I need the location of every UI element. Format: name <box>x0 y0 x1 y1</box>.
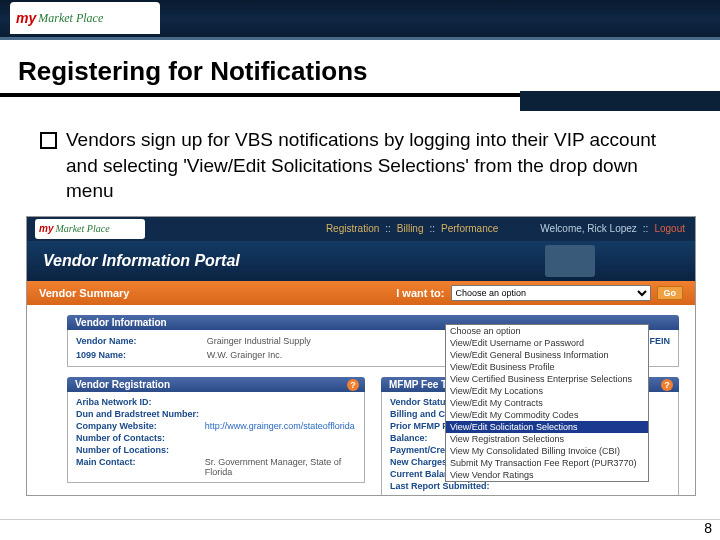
hdr-link-performance[interactable]: Performance <box>441 223 498 234</box>
help-icon[interactable]: ? <box>347 379 359 391</box>
opt-5[interactable]: View/Edit My Locations <box>446 385 648 397</box>
welcome-text: Welcome, Rick Lopez <box>540 223 637 234</box>
orangebar-left: Vendor Summary <box>39 287 129 299</box>
opt-1[interactable]: View/Edit Username or Password <box>446 337 648 349</box>
vip-screenshot: my Market Place Registration:: Billing::… <box>26 216 696 496</box>
opt-12[interactable]: View Vendor Ratings <box>446 469 648 481</box>
logo-text: Market Place <box>38 11 103 26</box>
vip-banner: Vendor Information Portal <box>27 241 695 281</box>
opt-9[interactable]: View Registration Selections <box>446 433 648 445</box>
footer-line <box>0 519 720 520</box>
page-number: 8 <box>704 520 712 536</box>
opt-4[interactable]: View Certified Business Enterprise Selec… <box>446 373 648 385</box>
help-icon[interactable]: ? <box>661 379 673 391</box>
logo-small: my Market Place <box>10 2 160 34</box>
vendor-reg-body: Ariba Network ID: Dun and Bradstreet Num… <box>67 392 365 483</box>
opt-8-selected[interactable]: View/Edit Solicitation Selections <box>446 421 648 433</box>
logo-prefix: my <box>16 10 36 26</box>
vip-logo: my Market Place <box>35 219 145 239</box>
slide-content: Vendors sign up for VBS notifications by… <box>0 97 720 204</box>
opt-2[interactable]: View/Edit General Business Information <box>446 349 648 361</box>
logout-link[interactable]: Logout <box>654 223 685 234</box>
opt-3[interactable]: View/Edit Business Profile <box>446 361 648 373</box>
iwant-label: I want to: <box>396 287 444 299</box>
opt-7[interactable]: View/Edit My Commodity Codes <box>446 409 648 421</box>
slide-topbar: my Market Place <box>0 0 720 40</box>
opt-10[interactable]: View My Consolidated Billing Invoice (CB… <box>446 445 648 457</box>
vendor-reg-title: Vendor Registration? <box>67 377 365 392</box>
opt-11[interactable]: Submit My Transaction Fee Report (PUR377… <box>446 457 648 469</box>
go-button[interactable]: Go <box>657 286 684 300</box>
opt-0[interactable]: Choose an option <box>446 325 648 337</box>
opt-6[interactable]: View/Edit My Contracts <box>446 397 648 409</box>
bullet-1: Vendors sign up for VBS notifications by… <box>40 127 680 204</box>
title-rule <box>0 93 720 97</box>
orange-bar: Vendor Summary I want to: Choose an opti… <box>27 281 695 305</box>
iwant-select[interactable]: Choose an option <box>451 285 651 301</box>
hdr-link-registration[interactable]: Registration <box>326 223 379 234</box>
slide-title: Registering for Notifications <box>0 40 720 93</box>
hdr-link-billing[interactable]: Billing <box>397 223 424 234</box>
iwant-dropdown-open[interactable]: Choose an option View/Edit Username or P… <box>445 324 649 482</box>
